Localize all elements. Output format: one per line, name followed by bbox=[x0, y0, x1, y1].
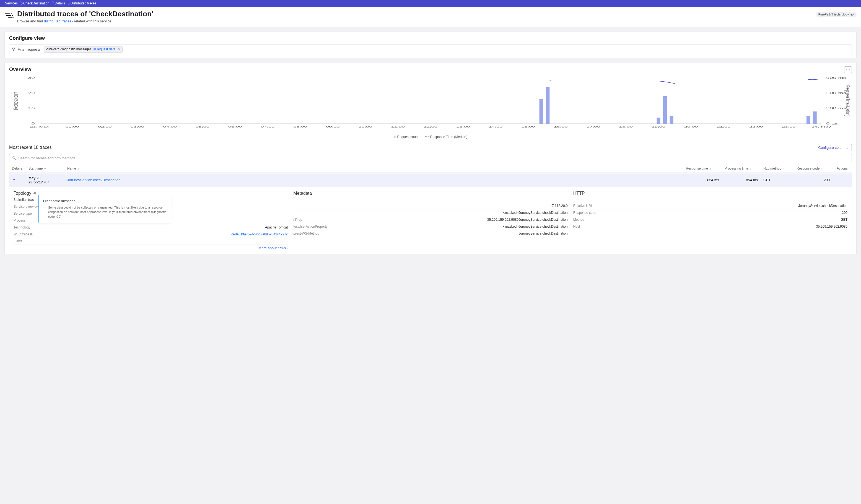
svg-text:06:00: 06:00 bbox=[228, 125, 242, 128]
kv-row: <masked>JoruneyService.checkDestination bbox=[293, 209, 568, 216]
kv-row: MethodGET bbox=[573, 216, 847, 223]
topology-heading: Topology bbox=[14, 191, 31, 196]
close-icon[interactable]: ✕ bbox=[118, 47, 121, 52]
filter-label: Filter requests: bbox=[18, 47, 41, 52]
kv-row: Host35.209.159.202:9080 bbox=[573, 223, 847, 230]
kv-row: Relative URLJoruneyService.checkDestinat… bbox=[573, 203, 847, 209]
svg-rect-47 bbox=[670, 116, 673, 124]
line-icon: 〰 bbox=[425, 135, 428, 139]
svg-text:10: 10 bbox=[28, 107, 35, 110]
svg-text:23:00: 23:00 bbox=[782, 125, 796, 128]
svg-text:05:00: 05:00 bbox=[196, 125, 209, 128]
trace-response-code: 200 bbox=[794, 173, 833, 187]
col-details[interactable]: Details bbox=[9, 164, 26, 173]
search-input[interactable] bbox=[18, 156, 849, 160]
svg-rect-44 bbox=[546, 87, 549, 124]
kv-key: Method bbox=[573, 218, 584, 221]
svg-text:900 ms: 900 ms bbox=[826, 76, 846, 79]
col-response-time[interactable]: Response time⇵ bbox=[683, 164, 722, 173]
col-start-time[interactable]: Start time▼ bbox=[26, 164, 65, 173]
breadcrumb-item-checkdestination[interactable]: CheckDestination bbox=[20, 1, 52, 5]
svg-text:04:00: 04:00 bbox=[163, 125, 177, 128]
kv-row: Response code200 bbox=[573, 209, 847, 216]
breadcrumb-item-distributed-traces[interactable]: Distributed traces bbox=[68, 1, 99, 5]
breadcrumb: Services CheckDestination Details Distri… bbox=[0, 0, 861, 6]
kv-key: Process bbox=[14, 219, 25, 222]
kv-row: TechnologyApache Tomcat bbox=[14, 224, 288, 231]
breadcrumb-item-services[interactable]: Services bbox=[2, 1, 20, 5]
trace-start-time: May 23 23:55:17.964 bbox=[26, 173, 65, 187]
chart-menu-button[interactable]: ⋯ bbox=[844, 66, 852, 73]
trace-row[interactable]: May 23 23:55:17.964 JoruneyService.check… bbox=[9, 173, 852, 187]
overview-panel: Overview ⋯ 01020300 µs300 ms600 ms900 ms… bbox=[4, 62, 857, 254]
svg-text:20: 20 bbox=[28, 91, 35, 95]
trace-name-link[interactable]: JoruneyService.checkDestination bbox=[67, 178, 120, 182]
sort-icon: ⇵ bbox=[749, 167, 751, 170]
col-name[interactable]: Name⇵ bbox=[65, 164, 683, 173]
svg-text:02:00: 02:00 bbox=[98, 125, 112, 128]
kv-value: JoruneyService.checkDestination bbox=[798, 204, 847, 208]
kv-row: Flaws bbox=[14, 238, 288, 245]
legend-response-time[interactable]: 〰 Response Time (Median) bbox=[425, 135, 467, 139]
svg-text:24. May: 24. May bbox=[811, 125, 831, 128]
filter-chip[interactable]: PurePath diagnostic messages: in request… bbox=[44, 46, 123, 53]
svg-text:300 ms: 300 ms bbox=[826, 107, 846, 110]
breadcrumb-item-details[interactable]: Details bbox=[52, 1, 68, 5]
kv-value[interactable]: ce8e01ffa7594c4bb7a8859643c4797c bbox=[231, 232, 288, 236]
more-about-flaws-link[interactable]: More about flaws▾ bbox=[14, 245, 288, 250]
metadata-heading: Metadata bbox=[293, 191, 568, 196]
kv-value: GET bbox=[840, 218, 847, 221]
traces-search[interactable] bbox=[9, 154, 852, 162]
svg-rect-46 bbox=[663, 96, 667, 124]
distributed-traces-link[interactable]: distributed traces bbox=[44, 19, 71, 23]
bars-icon: ılı bbox=[394, 135, 395, 139]
kv-row: testUserActionProperty<masked>JoruneySer… bbox=[293, 223, 568, 230]
col-processing-time[interactable]: Processing time⇵ bbox=[722, 164, 761, 173]
col-http-method[interactable]: Http method⇵ bbox=[761, 164, 794, 173]
more-icon: ⋯ bbox=[840, 178, 844, 182]
filter-input[interactable]: Filter requests: PurePath diagnostic mes… bbox=[9, 44, 852, 54]
tooltip-message: Some data could not be collected or tran… bbox=[48, 205, 166, 219]
col-actions: Actions bbox=[833, 164, 852, 173]
http-section: HTTP Relative URLJoruneyService.checkDes… bbox=[573, 191, 847, 250]
trace-http-method: GET bbox=[761, 173, 794, 187]
collapse-icon[interactable] bbox=[12, 178, 16, 182]
configure-columns-button[interactable]: Configure columns bbox=[815, 144, 852, 151]
svg-text:Response Time (Median): Response Time (Median) bbox=[844, 85, 851, 116]
col-response-code[interactable]: Response code⇵ bbox=[794, 164, 833, 173]
overview-chart[interactable]: 01020300 µs300 ms600 ms900 msRequest cou… bbox=[9, 75, 852, 133]
svg-text:07:00: 07:00 bbox=[261, 125, 275, 128]
http-heading: HTTP bbox=[573, 191, 847, 196]
svg-text:14:00: 14:00 bbox=[489, 125, 503, 128]
kv-key: Flaws bbox=[14, 239, 22, 243]
filter-icon bbox=[12, 47, 15, 51]
diagnostic-tooltip: Diagnostic message: Some data could not … bbox=[39, 195, 171, 223]
sort-desc-icon: ▼ bbox=[44, 167, 46, 170]
row-actions-button[interactable]: ⋯ bbox=[833, 173, 852, 187]
svg-text:10:00: 10:00 bbox=[358, 125, 372, 128]
svg-text:30: 30 bbox=[28, 76, 35, 79]
configure-view-heading: Configure view bbox=[9, 36, 852, 41]
kv-row: W3C trace IDce8e01ffa7594c4bb7a8859643c4… bbox=[14, 231, 288, 238]
trace-processing-time: 854 ms bbox=[722, 173, 761, 187]
legend-request-count[interactable]: ılı Request count bbox=[394, 135, 419, 139]
kv-key: Response code bbox=[573, 211, 596, 215]
svg-text:21:00: 21:00 bbox=[717, 125, 731, 128]
kv-key: Relative URL bbox=[573, 204, 593, 208]
svg-text:08:00: 08:00 bbox=[293, 125, 307, 128]
svg-text:12:00: 12:00 bbox=[424, 125, 437, 128]
traces-title: Most recent 18 traces bbox=[9, 145, 52, 150]
tech-badge[interactable]: PurePath® technology bbox=[816, 12, 857, 17]
svg-line-51 bbox=[15, 159, 16, 160]
svg-text:11:00: 11:00 bbox=[391, 125, 405, 128]
svg-rect-52 bbox=[35, 192, 35, 193]
kv-row: nProp35.209.159.202:9080JoruneyService.c… bbox=[293, 216, 568, 223]
svg-text:03:00: 03:00 bbox=[131, 125, 145, 128]
chevron-icon: ▾ bbox=[286, 247, 288, 250]
warning-icon[interactable] bbox=[33, 191, 37, 196]
svg-text:0: 0 bbox=[31, 122, 35, 125]
traces-table: Details Start time▼ Name⇵ Response time⇵… bbox=[9, 164, 852, 187]
svg-text:23. May: 23. May bbox=[30, 125, 50, 128]
filter-chip-value[interactable]: in request data bbox=[94, 47, 115, 51]
svg-rect-48 bbox=[806, 116, 810, 124]
